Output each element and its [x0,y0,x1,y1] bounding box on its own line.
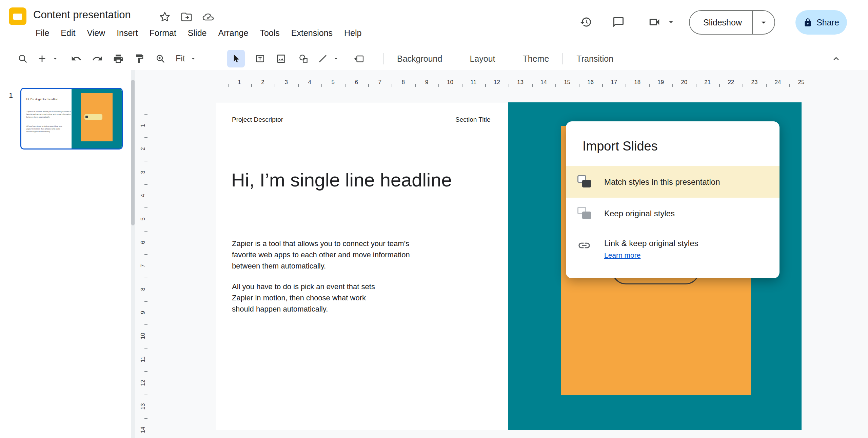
meet-dropdown-caret[interactable] [666,17,676,27]
share-button[interactable]: Share [795,10,847,35]
ruler-number-h: 16 [587,79,594,86]
dialog-option-text: Match styles in this presentation [604,177,720,187]
headline-text[interactable]: Hi, I’m single line headline [231,169,452,191]
insert-image-button[interactable] [271,50,292,67]
comments-button[interactable] [609,13,628,32]
ruler-number-h: 14 [540,79,547,86]
ruler-number-h: 5 [331,79,334,86]
ruler-number-h: 1 [238,79,241,86]
ruler-tick-h [789,84,790,87]
dialog-option-text: Keep original styles [604,209,675,218]
slides-app-icon[interactable] [9,7,26,25]
meet-camera-button[interactable] [645,13,664,32]
share-label: Share [816,18,839,27]
menu-arrange[interactable]: Arrange [212,24,254,41]
ruler-number-v: 7 [140,260,146,271]
ruler-tick-h [298,84,299,87]
ruler-tick-v [144,184,147,185]
ruler-number-h: 25 [798,79,805,86]
body-text-1[interactable]: Zapier is a tool that allows you to conn… [232,238,410,272]
ruler-number-h: 6 [355,79,358,86]
paint-format-button[interactable] [129,50,150,67]
insert-placeholder-button[interactable] [349,50,370,67]
menu-extensions[interactable]: Extensions [285,24,338,41]
ruler-number-h: 17 [611,79,617,86]
ruler-tick-v [144,278,147,278]
toolbar-separator [509,53,509,64]
insert-line-dropdown-caret[interactable] [332,50,340,67]
cloud-saved-icon[interactable] [202,11,214,23]
zoom-caret-icon [190,55,197,62]
undo-button[interactable] [66,50,87,67]
learn-more-link[interactable]: Learn more [604,251,640,259]
thumb-body-2: All you have to do is pick an event that… [26,125,73,133]
import-slides-dialog: Import Slides Match styles in this prese… [566,121,780,278]
menu-insert[interactable]: Insert [111,24,144,41]
insert-line-button[interactable] [314,50,332,67]
thumb-import-chip [84,114,102,120]
document-title[interactable]: Content presentation [33,9,131,21]
move-folder-icon[interactable] [180,11,193,23]
ruler-number-v: 11 [140,354,146,365]
toolbar-search-button[interactable] [12,50,33,67]
ruler-number-h: 9 [425,79,428,86]
body-text-2[interactable]: All you have to do is pick an event that… [232,281,375,315]
ruler-number-h: 8 [402,79,405,86]
version-history-button[interactable] [576,13,595,32]
thumb-orange-rect [81,93,113,141]
menu-slide[interactable]: Slide [182,24,213,41]
dialog-option-2[interactable]: Keep original styles [566,198,780,229]
project-descriptor-text[interactable]: Project Descriptor [232,116,283,123]
dialog-option-3[interactable]: Link & keep original stylesLearn more [566,229,780,277]
toolbar-button-transition[interactable]: Transition [566,50,624,67]
dialog-option-1[interactable]: Match styles in this presentation [566,166,780,198]
menu-tools[interactable]: Tools [254,24,285,41]
zoom-fit-select[interactable]: Fit [171,50,215,67]
ruler-tick-v [144,418,147,419]
slideshow-label: Slideshow [690,11,752,34]
menu-view[interactable]: View [81,24,111,41]
star-icon[interactable] [159,11,171,23]
menu-file[interactable]: File [30,24,55,41]
ruler-tick-h [251,84,252,87]
scrollbar-thumb[interactable] [131,80,135,225]
ruler-tick-h [626,84,626,87]
text-box-button[interactable] [250,50,271,67]
new-slide-button[interactable] [33,50,51,67]
menu-edit[interactable]: Edit [55,24,81,41]
redo-button[interactable] [87,50,108,67]
section-title-text[interactable]: Section Title [455,116,491,123]
ruler-number-h: 2 [261,79,264,86]
toolbar-separator [456,53,456,64]
select-tool-button[interactable] [227,50,245,67]
toolbar-button-layout[interactable]: Layout [459,50,505,67]
toolbar-separator [383,53,383,64]
ruler-tick-v [144,324,147,325]
ruler-tick-v [144,161,147,161]
ruler-number-v: 2 [140,143,146,154]
ruler-tick-v [144,395,147,395]
ruler-tick-h [345,84,346,87]
dialog-option-text: Link & keep original stylesLearn more [604,239,698,259]
new-slide-dropdown-caret[interactable] [51,50,60,67]
ruler-number-h: 18 [634,79,640,86]
menu-format[interactable]: Format [144,24,182,41]
toolbar-button-theme[interactable]: Theme [513,50,559,67]
slideshow-button[interactable]: Slideshow [689,10,775,35]
ruler-tick-h [649,84,650,87]
print-button[interactable] [108,50,129,67]
slideshow-dropdown-caret[interactable] [753,11,774,34]
zoom-button[interactable] [150,50,171,67]
insert-shape-button[interactable] [293,50,314,67]
ruler-tick-h [485,84,486,87]
slide-thumbnail-1[interactable]: Hi, I’m single line headline Zapier is a… [20,88,123,150]
ruler-number-h: 7 [378,79,381,86]
menu-help[interactable]: Help [338,24,367,41]
filmstrip: 1 Hi, I’m single line headline Zapier is… [0,70,131,438]
hide-menus-button[interactable] [827,50,846,67]
slide-number: 1 [9,91,13,100]
ruler-tick-h [672,84,673,87]
ruler-tick-v [144,207,147,208]
toolbar-button-background[interactable]: Background [387,50,452,67]
zoom-fit-value: Fit [176,54,185,63]
